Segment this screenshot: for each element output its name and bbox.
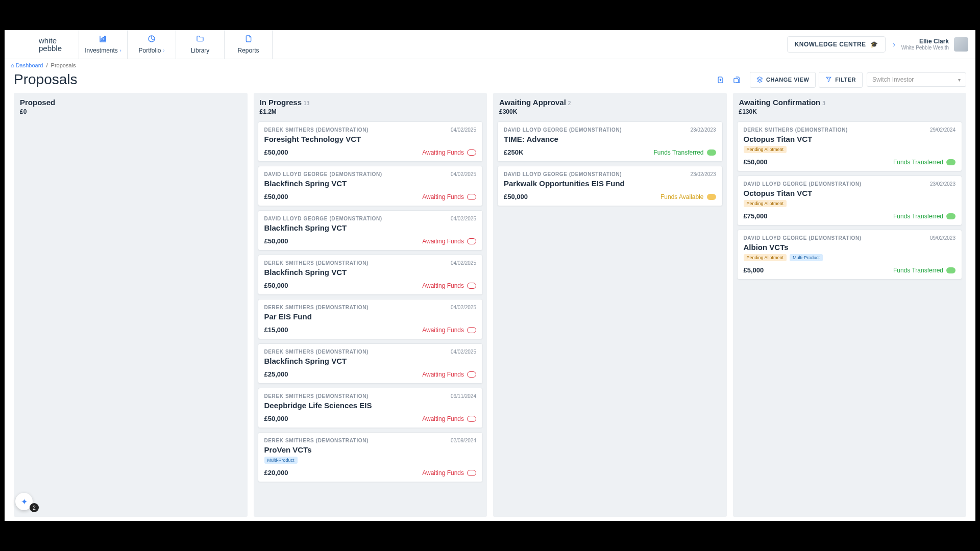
column-body[interactable]	[14, 119, 248, 517]
card-status-label: Funds Transferred	[893, 267, 943, 274]
card-client: DEREK SMITHERS (DEMONSTRATION)	[264, 438, 369, 443]
column-count: 13	[304, 101, 309, 106]
nav-reports[interactable]: Reports	[224, 30, 273, 59]
nav-investments[interactable]: Investments›	[79, 30, 127, 59]
svg-rect-1	[103, 37, 104, 41]
card-client: DEREK SMITHERS (DEMONSTRATION)	[264, 393, 369, 399]
card-client: DAVID LLOYD GEORGE (DEMONSTRATION)	[504, 171, 622, 177]
proposal-card[interactable]: DAVID LLOYD GEORGE (DEMONSTRATION)04/02/…	[258, 166, 483, 206]
status-pill-icon	[707, 149, 716, 156]
card-date: 02/09/2024	[451, 438, 476, 443]
chevron-down-icon: ▾	[958, 77, 961, 83]
status-pill-icon	[467, 194, 476, 200]
card-date: 04/02/2025	[451, 305, 476, 310]
main-nav: Investments› Portfolio› Library Reports	[79, 30, 273, 59]
card-client: DAVID LLOYD GEORGE (DEMONSTRATION)	[504, 127, 622, 133]
layers-icon	[756, 76, 763, 84]
card-status-label: Funds Available	[660, 193, 704, 201]
user-menu[interactable]: Ellie Clark White Pebble Wealth	[901, 37, 968, 52]
tag-pending-allotment: Pending Allotment	[744, 146, 787, 153]
column-sum: £130K	[739, 108, 961, 115]
status-pill-icon	[467, 371, 476, 378]
column-header: Proposed£0	[14, 93, 248, 119]
column-title: Awaiting Confirmation	[739, 98, 821, 107]
card-title: Par EIS Fund	[264, 312, 477, 321]
card-status: Funds Transferred	[893, 159, 955, 166]
home-icon: ⌂	[11, 62, 14, 68]
card-amount: £75,000	[744, 212, 768, 220]
card-title: Albion VCTs	[744, 243, 956, 252]
change-view-label: CHANGE VIEW	[766, 77, 809, 83]
breadcrumb-home[interactable]: ⌂ Dashboard	[11, 62, 43, 68]
proposal-card[interactable]: DAVID LLOYD GEORGE (DEMONSTRATION)09/02/…	[737, 230, 963, 280]
card-amount: £50,000	[504, 193, 528, 201]
card-status-label: Awaiting Funds	[422, 327, 464, 334]
proposal-card[interactable]: DEREK SMITHERS (DEMONSTRATION)02/09/2024…	[258, 432, 483, 482]
svg-rect-2	[105, 36, 106, 41]
column-title: Awaiting Approval	[499, 98, 566, 107]
card-status-label: Awaiting Funds	[422, 282, 464, 289]
card-status: Awaiting Funds	[422, 327, 476, 334]
card-title: Octopus Titan VCT	[744, 189, 956, 197]
app-window: white pebble Investments› Portfolio›	[5, 30, 975, 521]
column-title: Proposed	[20, 98, 55, 107]
tag-multi-product: Multi-Product	[790, 254, 823, 261]
nav-portfolio[interactable]: Portfolio›	[127, 30, 176, 59]
card-client: DAVID LLOYD GEORGE (DEMONSTRATION)	[744, 181, 862, 187]
card-title: Blackfinch Spring VCT	[264, 223, 477, 232]
card-title: Foresight Technology VCT	[264, 135, 477, 143]
card-client: DEREK SMITHERS (DEMONSTRATION)	[264, 349, 369, 355]
proposal-card[interactable]: DEREK SMITHERS (DEMONSTRATION)04/02/2025…	[258, 299, 483, 339]
export-single-icon[interactable]	[714, 73, 727, 86]
help-widget[interactable]: ✦ 2	[15, 493, 39, 510]
nav-library[interactable]: Library	[176, 30, 224, 59]
chevron-right-icon: ›	[163, 48, 165, 53]
svg-rect-0	[101, 39, 102, 41]
column-header: In Progress13£1.2M	[254, 93, 487, 119]
column-proposed: Proposed£0	[14, 93, 248, 517]
chevron-right-icon[interactable]: ›	[893, 40, 895, 48]
card-status-label: Awaiting Funds	[422, 371, 464, 378]
card-title: Octopus Titan VCT	[744, 135, 956, 143]
proposal-card[interactable]: DAVID LLOYD GEORGE (DEMONSTRATION)23/02/…	[737, 176, 963, 226]
proposal-card[interactable]: DEREK SMITHERS (DEMONSTRATION)04/02/2025…	[258, 255, 483, 295]
proposal-card[interactable]: DEREK SMITHERS (DEMONSTRATION)06/11/2024…	[258, 388, 483, 428]
switch-investor-placeholder: Switch Investor	[872, 76, 914, 83]
column-count: 3	[822, 101, 825, 106]
brand-logo[interactable]: white pebble	[5, 37, 79, 52]
avatar	[954, 37, 968, 52]
breadcrumb-separator: /	[46, 62, 47, 68]
card-client: DEREK SMITHERS (DEMONSTRATION)	[264, 260, 369, 266]
proposal-card[interactable]: DEREK SMITHERS (DEMONSTRATION)04/02/2025…	[258, 121, 483, 162]
card-date: 06/11/2024	[451, 393, 476, 399]
column-body[interactable]: DEREK SMITHERS (DEMONSTRATION)04/02/2025…	[254, 119, 487, 517]
column-header: Awaiting Approval2£300K	[493, 93, 727, 119]
breadcrumb-home-label: Dashboard	[16, 62, 43, 68]
chevron-right-icon: ›	[120, 48, 121, 53]
user-name: Ellie Clark	[901, 38, 949, 45]
page-title: Proposals	[14, 71, 78, 88]
card-date: 04/02/2025	[451, 216, 476, 221]
card-status: Awaiting Funds	[422, 282, 476, 289]
card-date: 23/02/2023	[690, 171, 716, 177]
proposal-card[interactable]: DAVID LLOYD GEORGE (DEMONSTRATION)23/02/…	[497, 121, 723, 162]
card-status-label: Funds Transferred	[893, 159, 943, 166]
brand-name: white pebble	[39, 37, 62, 52]
card-status: Awaiting Funds	[422, 149, 476, 156]
card-status-label: Awaiting Funds	[422, 193, 464, 201]
proposal-card[interactable]: DEREK SMITHERS (DEMONSTRATION)04/02/2025…	[258, 343, 483, 384]
proposal-card[interactable]: DEREK SMITHERS (DEMONSTRATION)29/02/2024…	[737, 121, 963, 171]
tag-multi-product: Multi-Product	[264, 457, 298, 464]
card-status: Awaiting Funds	[422, 415, 476, 422]
knowledge-centre-button[interactable]: KNOWLEDGE CENTRE 🎓	[787, 36, 886, 53]
change-view-button[interactable]: CHANGE VIEW	[750, 72, 816, 88]
nav-library-label: Library	[191, 47, 210, 54]
proposal-card[interactable]: DAVID LLOYD GEORGE (DEMONSTRATION)23/02/…	[497, 166, 723, 206]
switch-investor-select[interactable]: Switch Investor ▾	[867, 72, 966, 87]
filter-button[interactable]: FILTER	[819, 72, 863, 88]
column-body[interactable]: DAVID LLOYD GEORGE (DEMONSTRATION)23/02/…	[493, 119, 727, 517]
folder-icon	[196, 35, 204, 45]
proposal-card[interactable]: DAVID LLOYD GEORGE (DEMONSTRATION)04/02/…	[258, 210, 483, 251]
column-body[interactable]: DEREK SMITHERS (DEMONSTRATION)29/02/2024…	[733, 119, 967, 517]
export-multi-icon[interactable]	[730, 73, 744, 86]
